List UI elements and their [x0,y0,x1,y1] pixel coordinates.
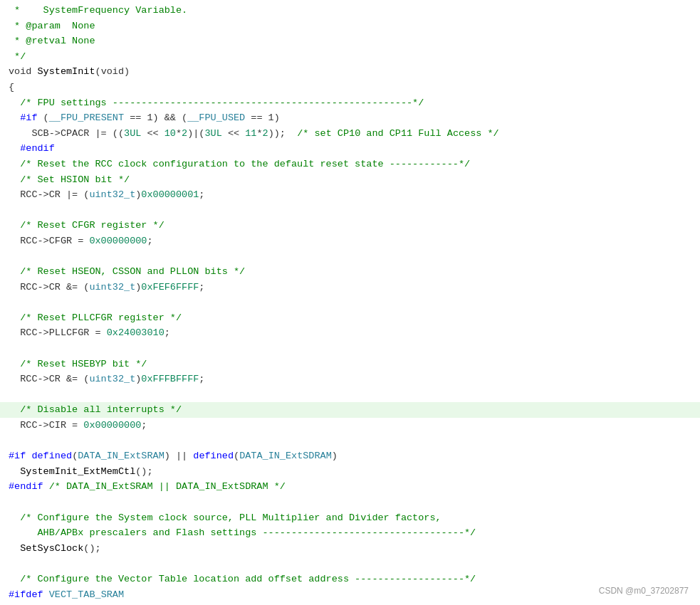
code-line: * @retval None [0,33,700,49]
code-line: #endif /* DATA_IN_ExtSRAM || DATA_IN_Ext… [0,479,700,495]
code-block: * SystemFrequency Variable. * @param Non… [0,0,700,605]
code-line: /* Disable all interrupts */ [0,402,700,418]
code-line: /* Reset CFGR register */ [0,218,700,233]
code-line: RCC->CFGR = 0x00000000; [0,233,700,249]
code-line [0,387,700,403]
code-line: SystemInit_ExtMemCtl(); [0,464,700,480]
code-line: */ [0,49,700,65]
code-line: /* Reset HSEON, CSSON and PLLON bits */ [0,264,700,280]
code-line: SCB->CPACR |= ((3UL << 10*2)|(3UL << 11*… [0,126,700,142]
code-line: AHB/APBx prescalers and Flash settings -… [0,525,700,541]
code-line: SCB->VTOR = SRAM_BASE | VECT_TAB_OFFSET;… [0,602,700,605]
code-line: /* Set HSION bit */ [0,172,700,188]
code-line: RCC->CR &= (uint32_t)0xFEF6FFFF; [0,280,700,295]
code-line: #if (__FPU_PRESENT == 1) && (__FPU_USED … [0,110,700,126]
code-line: /* Reset PLLCFGR register */ [0,310,700,326]
code-line: /* Reset the RCC clock configuration to … [0,157,700,172]
code-line: /* FPU settings ------------------------… [0,95,700,111]
code-line: RCC->PLLCFGR = 0x24003010; [0,325,700,341]
code-line: SetSysClock(); [0,541,700,557]
code-line: * SystemFrequency Variable. [0,3,700,19]
watermark-text: CSDN @m0_37202877 [599,584,689,598]
code-line [0,249,700,265]
code-line: /* Reset HSEBYP bit */ [0,357,700,372]
code-line: RCC->CR &= (uint32_t)0xFFFBFFFF; [0,372,700,387]
code-line [0,495,700,510]
code-line: #if defined(DATA_IN_ExtSRAM) || defined(… [0,448,700,464]
code-line [0,556,700,572]
code-line [0,433,700,449]
code-line: /* Configure the Vector Table location a… [0,572,700,587]
code-line: void SystemInit(void) [0,64,700,80]
code-line [0,295,700,310]
code-line: #endif [0,141,700,157]
code-line: * @param None [0,19,700,34]
code-line [0,341,700,357]
code-line: /* Configure the System clock source, PL… [0,510,700,526]
code-line [0,203,700,219]
code-line: { [0,80,700,95]
code-line: RCC->CIR = 0x00000000; [0,418,700,433]
code-line: RCC->CR |= (uint32_t)0x00000001; [0,187,700,203]
code-line: #ifdef VECT_TAB_SRAM [0,587,700,603]
